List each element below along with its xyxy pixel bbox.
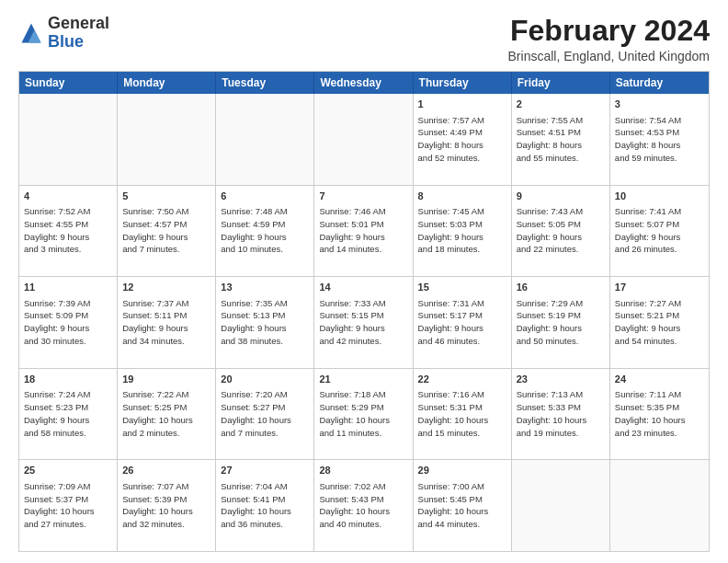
calendar-border: Sunday Monday Tuesday Wednesday Thursday… <box>18 71 710 552</box>
day-info: Daylight: 9 hours <box>24 231 112 244</box>
day-info: and 58 minutes. <box>24 427 112 440</box>
day-info: Sunset: 5:25 PM <box>122 401 210 414</box>
day-info: Daylight: 9 hours <box>122 231 210 244</box>
day-info: and 7 minutes. <box>221 427 309 440</box>
day-info: and 52 minutes. <box>418 152 506 165</box>
location: Brinscall, England, United Kingdom <box>508 49 710 63</box>
day-info: Sunset: 4:57 PM <box>122 218 210 231</box>
cal-cell-0-4: 1Sunrise: 7:57 AMSunset: 4:49 PMDaylight… <box>414 94 512 185</box>
day-info: and 7 minutes. <box>122 243 210 256</box>
day-info: Sunrise: 7:37 AM <box>122 297 210 310</box>
day-info: and 2 minutes. <box>122 427 210 440</box>
day-info: Sunset: 5:33 PM <box>517 401 605 414</box>
logo-icon <box>18 20 44 46</box>
day-info: and 27 minutes. <box>24 518 112 531</box>
day-number: 6 <box>221 190 309 203</box>
day-info: Sunrise: 7:57 AM <box>418 114 506 127</box>
day-info: Sunrise: 7:52 AM <box>24 205 112 218</box>
day-info: Sunrise: 7:35 AM <box>221 297 309 310</box>
day-info: Sunrise: 7:50 AM <box>122 205 210 218</box>
day-number: 28 <box>319 464 407 477</box>
day-info: and 15 minutes. <box>418 427 506 440</box>
day-number: 10 <box>615 190 704 203</box>
day-info: Sunrise: 7:54 AM <box>615 114 704 127</box>
day-info: Sunset: 5:23 PM <box>24 401 112 414</box>
day-number: 24 <box>615 373 704 386</box>
calendar: Sunday Monday Tuesday Wednesday Thursday… <box>18 71 710 552</box>
day-info: Daylight: 9 hours <box>319 322 407 335</box>
day-info: and 38 minutes. <box>221 335 309 348</box>
day-info: Sunrise: 7:27 AM <box>615 297 704 310</box>
cal-cell-4-0: 25Sunrise: 7:09 AMSunset: 5:37 PMDayligh… <box>19 460 118 551</box>
day-info: Daylight: 10 hours <box>418 505 506 518</box>
day-info: Sunrise: 7:48 AM <box>221 205 309 218</box>
day-info: Sunrise: 7:00 AM <box>418 480 506 493</box>
day-info: and 22 minutes. <box>517 243 605 256</box>
day-info: Daylight: 10 hours <box>319 414 407 427</box>
day-number: 3 <box>615 98 704 111</box>
day-info: Daylight: 9 hours <box>122 322 210 335</box>
day-info: Daylight: 10 hours <box>319 505 407 518</box>
day-info: Daylight: 10 hours <box>122 414 210 427</box>
day-info: Sunrise: 7:11 AM <box>615 388 704 401</box>
day-info: and 54 minutes. <box>615 335 704 348</box>
day-number: 17 <box>615 281 704 294</box>
day-info: Sunset: 5:03 PM <box>418 218 506 231</box>
day-info: Sunset: 5:45 PM <box>418 493 506 506</box>
cal-week-4: 18Sunrise: 7:24 AMSunset: 5:23 PMDayligh… <box>19 369 709 461</box>
cal-cell-1-4: 8Sunrise: 7:45 AMSunset: 5:03 PMDaylight… <box>414 186 512 277</box>
day-info: and 34 minutes. <box>122 335 210 348</box>
day-number: 20 <box>221 373 309 386</box>
day-info: Sunset: 4:53 PM <box>615 126 704 139</box>
day-number: 18 <box>24 373 112 386</box>
day-info: Sunrise: 7:02 AM <box>319 480 407 493</box>
cal-cell-0-0 <box>19 94 118 185</box>
logo-text: General Blue <box>48 15 109 52</box>
day-info: Daylight: 9 hours <box>418 231 506 244</box>
day-number: 13 <box>221 281 309 294</box>
day-info: and 14 minutes. <box>319 243 407 256</box>
day-info: and 44 minutes. <box>418 518 506 531</box>
cal-cell-1-3: 7Sunrise: 7:46 AMSunset: 5:01 PMDaylight… <box>314 186 413 277</box>
day-info: Sunset: 5:17 PM <box>418 309 506 322</box>
cal-cell-4-4: 29Sunrise: 7:00 AMSunset: 5:45 PMDayligh… <box>414 460 512 551</box>
day-info: Daylight: 9 hours <box>418 322 506 335</box>
day-info: Sunset: 4:49 PM <box>418 126 506 139</box>
header-tuesday: Tuesday <box>216 72 314 94</box>
day-info: Sunset: 5:15 PM <box>319 309 407 322</box>
header-sunday: Sunday <box>19 72 118 94</box>
cal-cell-1-6: 10Sunrise: 7:41 AMSunset: 5:07 PMDayligh… <box>610 186 709 277</box>
cal-cell-1-5: 9Sunrise: 7:43 AMSunset: 5:05 PMDaylight… <box>512 186 610 277</box>
cal-cell-4-6 <box>610 460 709 551</box>
day-number: 2 <box>517 98 605 111</box>
day-info: Sunset: 5:39 PM <box>122 493 210 506</box>
day-number: 11 <box>24 281 112 294</box>
day-info: Sunset: 5:29 PM <box>319 401 407 414</box>
day-info: Sunrise: 7:20 AM <box>221 388 309 401</box>
calendar-header: Sunday Monday Tuesday Wednesday Thursday… <box>19 72 709 94</box>
day-number: 5 <box>122 190 210 203</box>
cal-cell-3-0: 18Sunrise: 7:24 AMSunset: 5:23 PMDayligh… <box>19 369 118 460</box>
cal-cell-2-6: 17Sunrise: 7:27 AMSunset: 5:21 PMDayligh… <box>610 277 709 368</box>
day-info: Daylight: 9 hours <box>517 322 605 335</box>
day-info: Sunset: 5:43 PM <box>319 493 407 506</box>
day-info: Sunrise: 7:41 AM <box>615 205 704 218</box>
day-info: and 59 minutes. <box>615 152 704 165</box>
day-info: Daylight: 10 hours <box>418 414 506 427</box>
day-info: Sunset: 4:59 PM <box>221 218 309 231</box>
cal-cell-3-4: 22Sunrise: 7:16 AMSunset: 5:31 PMDayligh… <box>414 369 512 460</box>
day-info: and 55 minutes. <box>517 152 605 165</box>
day-number: 21 <box>319 373 407 386</box>
day-info: Daylight: 10 hours <box>221 414 309 427</box>
day-info: Daylight: 9 hours <box>319 231 407 244</box>
day-info: and 40 minutes. <box>319 518 407 531</box>
day-info: and 11 minutes. <box>319 427 407 440</box>
day-info: Sunrise: 7:33 AM <box>319 297 407 310</box>
day-number: 23 <box>517 373 605 386</box>
day-info: Daylight: 9 hours <box>24 414 112 427</box>
day-info: Daylight: 9 hours <box>615 322 704 335</box>
day-info: Daylight: 9 hours <box>615 231 704 244</box>
cal-cell-2-4: 15Sunrise: 7:31 AMSunset: 5:17 PMDayligh… <box>414 277 512 368</box>
cal-cell-3-3: 21Sunrise: 7:18 AMSunset: 5:29 PMDayligh… <box>314 369 413 460</box>
day-info: and 36 minutes. <box>221 518 309 531</box>
